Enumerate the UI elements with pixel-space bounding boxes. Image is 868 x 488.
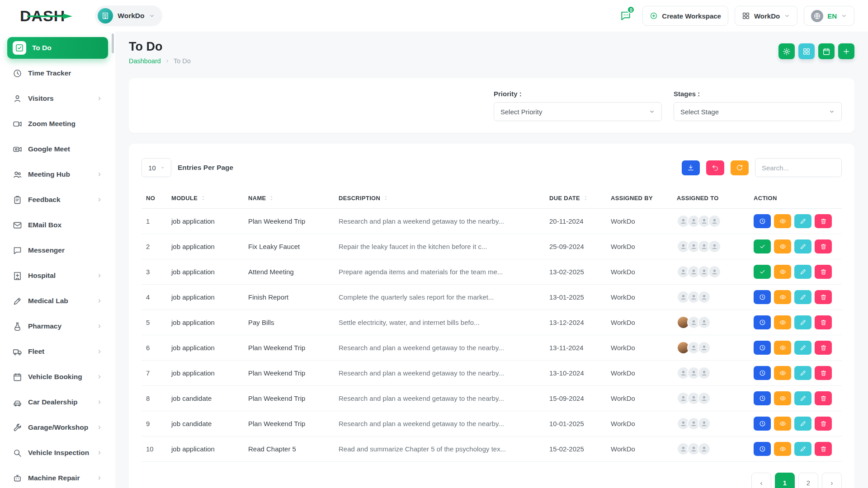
column-module[interactable]: MODULE: [167, 188, 244, 209]
sidebar-item-meeting-hub[interactable]: Meeting Hub: [7, 164, 108, 185]
priority-select[interactable]: Select Priority: [494, 102, 662, 121]
duration-action-button[interactable]: [754, 214, 771, 228]
sidebar-item-feedback[interactable]: Feedback: [7, 189, 108, 211]
export-button[interactable]: [682, 160, 700, 175]
sidebar-item-garage-workshop[interactable]: Garage/Workshop: [7, 417, 108, 438]
sidebar-scrollbar[interactable]: [112, 33, 114, 53]
workspace-switcher[interactable]: WorkDo: [95, 5, 162, 26]
prev-page-button[interactable]: ‹: [751, 473, 771, 488]
column-name[interactable]: NAME: [244, 188, 334, 209]
sidebar-item-medical-lab[interactable]: Medical Lab: [7, 290, 108, 312]
view-action-button[interactable]: [774, 366, 791, 380]
messages-button[interactable]: 0: [615, 5, 636, 26]
assignee-avatar[interactable]: [698, 316, 711, 329]
edit-action-button[interactable]: [794, 366, 811, 380]
complete-action-button[interactable]: [754, 265, 771, 279]
duration-action-button[interactable]: [754, 290, 771, 304]
grid-view-button[interactable]: [798, 43, 815, 59]
view-action-button[interactable]: [774, 265, 791, 279]
edit-action-button[interactable]: [794, 214, 811, 228]
page-1-button[interactable]: 1: [775, 473, 795, 488]
next-page-button[interactable]: ›: [822, 473, 842, 488]
sidebar-item-email-box[interactable]: EMail Box: [7, 214, 108, 236]
delete-action-button[interactable]: [815, 417, 832, 431]
edit-action-button[interactable]: [794, 417, 811, 431]
column-description[interactable]: DESCRIPTION: [334, 188, 545, 209]
duration-action-button[interactable]: [754, 442, 771, 456]
add-todo-button[interactable]: [838, 43, 854, 59]
search-input[interactable]: [755, 158, 842, 177]
assignee-avatar[interactable]: [698, 366, 711, 380]
duration-action-button[interactable]: [754, 391, 771, 405]
delete-action-button[interactable]: [815, 290, 832, 304]
sidebar-item-vehicle-booking[interactable]: Vehicle Booking: [7, 366, 108, 388]
language-button[interactable]: EN: [804, 6, 854, 26]
pencil-icon: [800, 319, 807, 326]
workspace-menu-button[interactable]: WorkDo: [735, 6, 797, 26]
assignee-avatar[interactable]: [698, 392, 711, 405]
duration-action-button[interactable]: [754, 366, 771, 380]
sidebar-item-visitors[interactable]: Visitors: [7, 88, 108, 109]
assignee-avatar[interactable]: [708, 265, 721, 278]
settings-button[interactable]: [778, 43, 795, 59]
delete-action-button[interactable]: [815, 214, 832, 228]
reset-button[interactable]: [706, 160, 724, 175]
view-action-button[interactable]: [774, 239, 791, 253]
view-action-button[interactable]: [774, 417, 791, 431]
edit-action-button[interactable]: [794, 315, 811, 329]
assignee-avatar[interactable]: [698, 442, 711, 455]
view-action-button[interactable]: [774, 391, 791, 405]
stage-select[interactable]: Select Stage: [674, 102, 842, 121]
view-action-button[interactable]: [774, 341, 791, 355]
assignee-avatar[interactable]: [698, 417, 711, 430]
sidebar-item-machine-repair[interactable]: Machine Repair: [7, 467, 108, 488]
sidebar-item-hospital[interactable]: Hospital: [7, 265, 108, 286]
delete-action-button[interactable]: [815, 366, 832, 380]
breadcrumb-dashboard-link[interactable]: Dashboard: [129, 57, 161, 65]
assignee-avatar[interactable]: [708, 240, 721, 253]
assignee-avatar[interactable]: [698, 291, 711, 304]
page-2-button[interactable]: 2: [798, 473, 818, 488]
assignee-avatar[interactable]: [698, 341, 711, 354]
sidebar-item-pharmacy[interactable]: Pharmacy: [7, 315, 108, 337]
priority-label: Priority :: [494, 90, 662, 98]
refresh-button[interactable]: [731, 160, 749, 175]
entries-per-page-select[interactable]: 10: [142, 158, 171, 177]
delete-action-button[interactable]: [815, 315, 832, 329]
delete-action-button[interactable]: [815, 391, 832, 405]
calendar-view-button[interactable]: [818, 43, 835, 59]
column-due-date[interactable]: DUE DATE: [545, 188, 606, 209]
sidebar-item-messenger[interactable]: Messenger: [7, 239, 108, 261]
view-action-button[interactable]: [774, 315, 791, 329]
delete-action-button[interactable]: [815, 341, 832, 355]
edit-action-button[interactable]: [794, 442, 811, 456]
delete-action-button[interactable]: [815, 239, 832, 253]
create-workspace-button[interactable]: Create Workspace: [642, 6, 728, 26]
edit-action-button[interactable]: [794, 391, 811, 405]
cell-module: job application: [167, 285, 244, 310]
hospital-icon: [13, 271, 22, 281]
cell-assigned-by: WorkDo: [606, 259, 672, 285]
sidebar-item-fleet[interactable]: Fleet: [7, 341, 108, 362]
delete-action-button[interactable]: [815, 442, 832, 456]
edit-action-button[interactable]: [794, 239, 811, 253]
sidebar-item-zoom-meeting[interactable]: Zoom Meeting: [7, 113, 108, 135]
duration-action-button[interactable]: [754, 315, 771, 329]
delete-action-button[interactable]: [815, 265, 832, 279]
edit-action-button[interactable]: [794, 290, 811, 304]
sidebar-item-to-do[interactable]: To Do: [7, 37, 108, 59]
complete-action-button[interactable]: [754, 239, 771, 253]
edit-action-button[interactable]: [794, 265, 811, 279]
sidebar-item-car-dealership[interactable]: Car Dealership: [7, 391, 108, 413]
duration-action-button[interactable]: [754, 341, 771, 355]
assignee-avatar[interactable]: [708, 215, 721, 228]
sidebar-item-google-meet[interactable]: Google Meet: [7, 138, 108, 160]
edit-action-button[interactable]: [794, 341, 811, 355]
view-action-button[interactable]: [774, 290, 791, 304]
sidebar-item-time-tracker[interactable]: Time Tracker: [7, 62, 108, 84]
view-action-button[interactable]: [774, 442, 791, 456]
sidebar-item-vehicle-inspection[interactable]: Vehicle Inspection: [7, 442, 108, 464]
duration-action-button[interactable]: [754, 417, 771, 431]
view-action-button[interactable]: [774, 214, 791, 228]
cell-no: 1: [142, 209, 167, 234]
